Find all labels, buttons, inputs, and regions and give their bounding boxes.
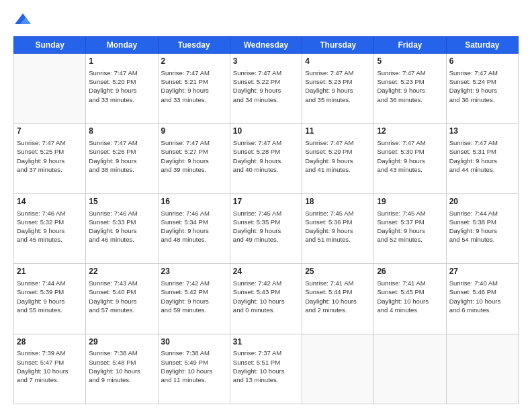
day-number: 21 xyxy=(17,266,83,277)
day-info-line: and 4 minutes. xyxy=(377,306,443,314)
day-info-line: Sunrise: 7:44 AM xyxy=(449,209,515,218)
calendar-cell: 27Sunrise: 7:40 AMSunset: 5:46 PMDayligh… xyxy=(446,264,518,334)
calendar-cell: 19Sunrise: 7:45 AMSunset: 5:37 PMDayligh… xyxy=(374,193,446,263)
calendar-cell: 22Sunrise: 7:43 AMSunset: 5:40 PMDayligh… xyxy=(86,264,158,334)
calendar-week-row: 21Sunrise: 7:44 AMSunset: 5:39 PMDayligh… xyxy=(14,264,519,334)
day-info-line: Sunrise: 7:47 AM xyxy=(233,68,299,77)
day-info-line: Daylight: 9 hours xyxy=(161,226,227,235)
day-info-line: Sunset: 5:44 PM xyxy=(305,287,371,296)
day-info-line: and 40 minutes. xyxy=(233,165,299,174)
calendar-cell: 30Sunrise: 7:38 AMSunset: 5:49 PMDayligh… xyxy=(158,334,230,404)
calendar-cell: 9Sunrise: 7:47 AMSunset: 5:27 PMDaylight… xyxy=(158,124,230,193)
day-info-line: Sunrise: 7:39 AM xyxy=(17,349,83,357)
day-info-line: Sunrise: 7:47 AM xyxy=(449,68,515,77)
day-info-line: Sunrise: 7:38 AM xyxy=(161,349,227,357)
day-info-line: and 43 minutes. xyxy=(377,165,443,174)
calendar-cell: 17Sunrise: 7:45 AMSunset: 5:35 PMDayligh… xyxy=(230,193,302,263)
day-number: 30 xyxy=(161,336,227,348)
day-info-line: and 34 minutes. xyxy=(233,95,299,104)
day-number: 27 xyxy=(449,266,515,277)
day-info-line: Sunrise: 7:47 AM xyxy=(305,68,371,77)
day-info-line: Sunrise: 7:47 AM xyxy=(161,138,227,147)
day-number: 16 xyxy=(161,196,227,208)
day-info-line: Sunrise: 7:47 AM xyxy=(449,138,515,147)
day-info-line: Sunrise: 7:46 AM xyxy=(161,209,227,218)
calendar-cell: 7Sunrise: 7:47 AMSunset: 5:25 PMDaylight… xyxy=(14,124,86,193)
calendar-cell: 18Sunrise: 7:45 AMSunset: 5:36 PMDayligh… xyxy=(302,193,374,263)
day-info-line: Sunrise: 7:43 AM xyxy=(89,279,154,287)
day-info-line: and 49 minutes. xyxy=(233,235,299,244)
day-info-line: Daylight: 10 hours xyxy=(377,297,443,306)
calendar-cell: 21Sunrise: 7:44 AMSunset: 5:39 PMDayligh… xyxy=(14,264,86,334)
day-info-line: and 13 minutes. xyxy=(233,375,299,384)
day-info-line: Sunset: 5:21 PM xyxy=(161,77,227,86)
day-info-line: Daylight: 10 hours xyxy=(161,367,227,375)
day-info-line: and 54 minutes. xyxy=(449,235,515,244)
day-number: 24 xyxy=(233,266,299,277)
day-info-line: Daylight: 9 hours xyxy=(449,156,515,165)
day-info-line: and 33 minutes. xyxy=(89,95,154,104)
day-info-line: and 7 minutes. xyxy=(17,375,83,384)
calendar-cell xyxy=(302,334,374,404)
day-info-line: Sunset: 5:39 PM xyxy=(17,287,83,296)
day-number: 15 xyxy=(89,196,154,208)
day-info-line: Daylight: 9 hours xyxy=(305,86,371,95)
calendar-cell xyxy=(374,334,446,404)
calendar-cell: 6Sunrise: 7:47 AMSunset: 5:24 PMDaylight… xyxy=(446,54,518,124)
day-info-line: Daylight: 10 hours xyxy=(17,367,83,375)
day-number: 7 xyxy=(17,126,83,137)
day-number: 10 xyxy=(233,126,299,137)
day-info-line: Sunrise: 7:47 AM xyxy=(17,138,83,147)
day-info-line: Sunset: 5:47 PM xyxy=(17,358,83,367)
calendar-cell xyxy=(14,54,86,124)
calendar-cell: 3Sunrise: 7:47 AMSunset: 5:22 PMDaylight… xyxy=(230,54,302,124)
day-number: 28 xyxy=(17,336,83,348)
calendar-table: SundayMondayTuesdayWednesdayThursdayFrid… xyxy=(13,36,519,404)
calendar-cell: 10Sunrise: 7:47 AMSunset: 5:28 PMDayligh… xyxy=(230,124,302,193)
day-info-line: Sunset: 5:24 PM xyxy=(449,77,515,86)
day-info-line: Sunset: 5:46 PM xyxy=(449,287,515,296)
day-info-line: Sunset: 5:20 PM xyxy=(89,77,154,86)
day-info-line: Sunrise: 7:40 AM xyxy=(449,279,515,287)
day-info-line: Sunrise: 7:47 AM xyxy=(89,138,154,147)
calendar-week-row: 14Sunrise: 7:46 AMSunset: 5:32 PMDayligh… xyxy=(14,193,519,263)
day-info-line: Sunrise: 7:47 AM xyxy=(89,68,154,77)
day-info-line: and 38 minutes. xyxy=(89,165,154,174)
calendar-cell: 14Sunrise: 7:46 AMSunset: 5:32 PMDayligh… xyxy=(14,193,86,263)
day-number: 22 xyxy=(89,266,154,277)
calendar-cell: 4Sunrise: 7:47 AMSunset: 5:23 PMDaylight… xyxy=(302,54,374,124)
day-info-line: Daylight: 9 hours xyxy=(377,226,443,235)
day-info-line: Sunset: 5:38 PM xyxy=(449,218,515,226)
day-number: 17 xyxy=(233,196,299,208)
calendar-week-row: 28Sunrise: 7:39 AMSunset: 5:47 PMDayligh… xyxy=(14,334,519,404)
day-number: 25 xyxy=(305,266,371,277)
day-info-line: Daylight: 9 hours xyxy=(17,297,83,306)
day-info-line: Sunset: 5:43 PM xyxy=(233,287,299,296)
day-info-line: Daylight: 9 hours xyxy=(233,86,299,95)
day-number: 9 xyxy=(161,126,227,137)
day-number: 31 xyxy=(233,336,299,348)
weekday-header-wednesday: Wednesday xyxy=(230,37,302,54)
day-number: 29 xyxy=(89,336,154,348)
day-info-line: Sunrise: 7:41 AM xyxy=(377,279,443,287)
calendar-cell: 20Sunrise: 7:44 AMSunset: 5:38 PMDayligh… xyxy=(446,193,518,263)
day-info-line: Sunset: 5:33 PM xyxy=(89,218,154,226)
day-info-line: Daylight: 9 hours xyxy=(449,226,515,235)
weekday-header-saturday: Saturday xyxy=(446,37,518,54)
day-number: 14 xyxy=(17,196,83,208)
day-info-line: and 45 minutes. xyxy=(17,235,83,244)
day-info-line: Sunset: 5:27 PM xyxy=(161,147,227,156)
day-number: 1 xyxy=(89,56,154,67)
day-number: 4 xyxy=(305,56,371,67)
day-info-line: Sunrise: 7:45 AM xyxy=(233,209,299,218)
weekday-header-friday: Friday xyxy=(374,37,446,54)
day-info-line: Daylight: 9 hours xyxy=(449,86,515,95)
day-info-line: and 37 minutes. xyxy=(17,165,83,174)
day-info-line: and 51 minutes. xyxy=(305,235,371,244)
day-info-line: Daylight: 9 hours xyxy=(161,86,227,95)
day-number: 13 xyxy=(449,126,515,137)
day-info-line: Daylight: 9 hours xyxy=(233,156,299,165)
day-info-line: Daylight: 9 hours xyxy=(161,297,227,306)
day-info-line: Daylight: 10 hours xyxy=(449,297,515,306)
day-info-line: Daylight: 9 hours xyxy=(161,156,227,165)
